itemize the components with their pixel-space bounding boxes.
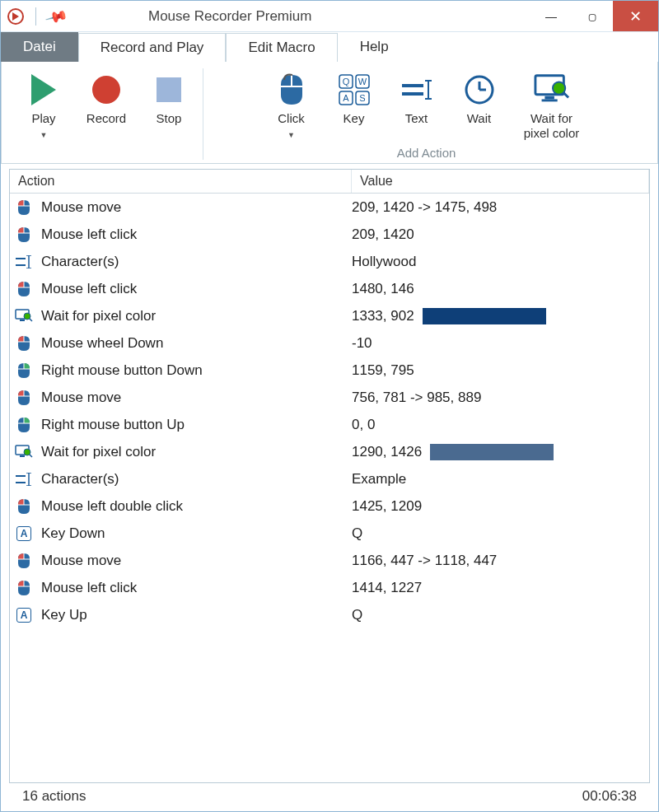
svg-text:A: A [343, 93, 349, 103]
statusbar: 16 actions 00:06:38 [9, 783, 650, 811]
ribbon-group-title: Add Action [397, 146, 456, 160]
svg-text:S: S [359, 93, 365, 103]
value-text: 1333, 902 [352, 308, 414, 324]
action-text: Wait for pixel color [41, 444, 156, 460]
table-row[interactable]: AKey DownQ [10, 520, 649, 547]
key-button[interactable]: Q W A S Key [332, 72, 376, 126]
list-header: Action Value [10, 170, 649, 194]
svg-point-36 [24, 313, 30, 320]
keyboard-keys-icon: Q W A S [336, 72, 372, 108]
mouse-icon [15, 498, 33, 515]
stop-button[interactable]: Stop [147, 72, 191, 126]
value-text: -10 [352, 335, 372, 352]
table-row[interactable]: Character(s)Hollywood [10, 248, 649, 275]
mouse-r-icon [15, 417, 33, 433]
table-row[interactable]: Wait for pixel color1333, 902 [10, 302, 649, 329]
wait-pixel-label: Wait for pixel color [524, 111, 580, 141]
tab-datei[interactable]: Datei [1, 32, 78, 62]
wait-pixel-button[interactable]: Wait for pixel color [520, 72, 584, 141]
table-row[interactable]: Right mouse button Up0, 0 [10, 411, 649, 438]
mouse-icon [15, 226, 33, 243]
table-row[interactable]: Mouse left click209, 1420 [10, 221, 649, 248]
mouse-icon [15, 281, 33, 297]
value-text: Q [352, 607, 362, 623]
key-icon: A [15, 607, 33, 623]
tab-edit-macro[interactable]: Edit Macro [226, 33, 337, 62]
play-button[interactable]: Play▼ [21, 72, 66, 141]
clock-icon [461, 72, 498, 108]
click-button[interactable]: Click▼ [269, 72, 314, 141]
table-row[interactable]: Mouse move209, 1420 -> 1475, 498 [10, 194, 649, 221]
svg-rect-35 [20, 320, 25, 321]
action-text: Wait for pixel color [41, 308, 156, 324]
table-row[interactable]: Mouse move756, 781 -> 985, 889 [10, 384, 649, 411]
table-row[interactable]: Mouse move1166, 447 -> 1118, 447 [10, 547, 649, 574]
window-title: Mouse Recorder Premium [66, 1, 530, 31]
action-text: Right mouse button Up [41, 417, 185, 433]
svg-rect-10 [402, 84, 423, 87]
svg-rect-47 [20, 455, 25, 457]
column-action[interactable]: Action [10, 170, 352, 193]
table-row[interactable]: Mouse left click1480, 146 [10, 275, 649, 302]
table-row[interactable]: Wait for pixel color1290, 1426 [10, 438, 649, 465]
column-value[interactable]: Value [352, 170, 649, 193]
mouse-icon [273, 72, 310, 108]
action-text: Character(s) [41, 254, 119, 270]
table-row[interactable]: Mouse wheel Down-10 [10, 329, 649, 357]
color-swatch [430, 444, 554, 460]
mouse-icon [15, 553, 33, 569]
wait-button[interactable]: Wait [457, 72, 502, 126]
svg-line-49 [30, 455, 32, 457]
wait-label: Wait [467, 111, 491, 126]
svg-point-48 [24, 449, 30, 455]
table-row[interactable]: AKey UpQ [10, 601, 649, 628]
text-label: Text [405, 111, 428, 126]
tab-record-play[interactable]: Record and Play [78, 33, 227, 62]
table-row[interactable]: Right mouse button Down1159, 795 [10, 357, 649, 384]
text-cursor-icon [399, 72, 435, 108]
maximize-button[interactable]: ▢ [572, 1, 613, 31]
action-text: Mouse left double click [41, 498, 183, 515]
app-window: 📌 Mouse Recorder Premium — ▢ ✕ Datei Rec… [0, 0, 659, 812]
status-time: 00:06:38 [582, 788, 637, 805]
record-button[interactable]: Record [84, 72, 129, 126]
value-text: 1166, 447 -> 1118, 447 [352, 553, 497, 569]
mouse-icon [15, 335, 33, 352]
tab-help[interactable]: Help [338, 32, 411, 62]
value-text: Example [352, 471, 406, 488]
record-icon [92, 76, 120, 104]
value-text: 0, 0 [352, 417, 375, 433]
action-text: Mouse left click [41, 580, 137, 596]
svg-rect-51 [16, 482, 26, 483]
mouse-icon [15, 390, 33, 406]
chevron-down-icon: ▼ [287, 131, 295, 139]
table-row[interactable]: Mouse left click1414, 1227 [10, 574, 649, 601]
svg-rect-19 [544, 96, 554, 100]
value-text: 1414, 1227 [352, 580, 422, 596]
app-icon [7, 8, 24, 25]
svg-rect-11 [402, 92, 423, 96]
stop-label: Stop [157, 111, 182, 126]
play-icon [31, 74, 56, 105]
svg-rect-50 [16, 475, 26, 477]
value-text: 1480, 146 [352, 281, 414, 297]
svg-text:Q: Q [342, 77, 349, 86]
monitor-magnify-icon [534, 72, 570, 108]
minimize-button[interactable]: — [530, 1, 572, 31]
close-button[interactable]: ✕ [613, 1, 658, 31]
table-row[interactable]: Character(s)Example [10, 465, 649, 492]
action-list: Action Value Mouse move209, 1420 -> 1475… [9, 169, 650, 783]
record-label: Record [86, 111, 126, 126]
action-text: Mouse left click [41, 281, 137, 297]
svg-line-37 [30, 319, 32, 321]
text-button[interactable]: Text [395, 72, 439, 126]
action-text: Mouse wheel Down [41, 335, 163, 352]
play-label: Play [31, 111, 55, 125]
value-text: 1159, 795 [352, 362, 414, 379]
text-icon [15, 471, 33, 488]
pixel-icon [15, 308, 33, 324]
ribbon: Play▼ Record Stop Click▼ [1, 62, 658, 164]
value-text: 1290, 1426 [352, 444, 422, 460]
table-row[interactable]: Mouse left double click1425, 1209 [10, 492, 649, 520]
color-swatch [423, 308, 546, 324]
